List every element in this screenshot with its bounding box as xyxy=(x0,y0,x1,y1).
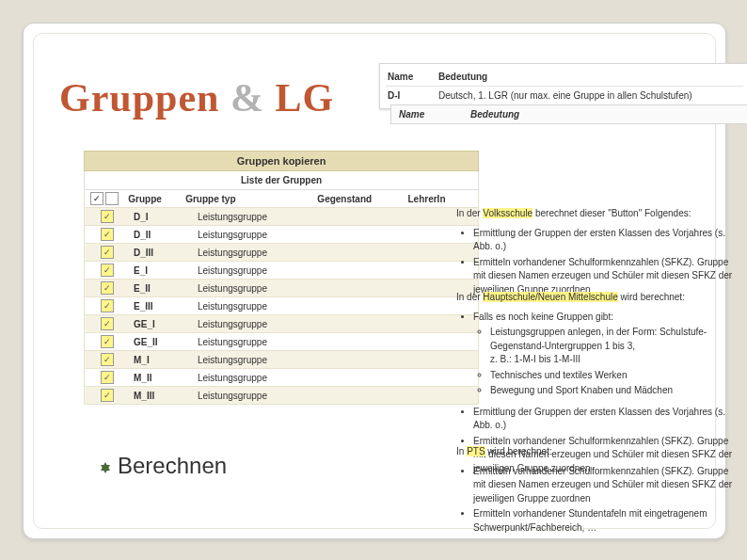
row-group-name: D_I xyxy=(130,209,194,225)
panel-subtitle: Liste der Gruppen xyxy=(84,171,479,190)
list-item: Leistungsgruppen anlegen, in der Form: S… xyxy=(490,326,739,367)
hl-hauptschule: Hauptschule/Neuen Mittelschule xyxy=(483,292,617,302)
row-group-type: Leistungsgruppe xyxy=(194,370,342,386)
col-gegenstand: Gegenstand xyxy=(313,191,404,207)
row-checkbox[interactable]: ✓ xyxy=(101,299,114,312)
select-all-checkbox[interactable]: ✓ xyxy=(90,192,103,205)
list-item: Bewegung und Sport Knaben und Mädchen xyxy=(490,384,739,398)
row-checkbox[interactable]: ✓ xyxy=(101,335,114,348)
col-lehrerin: LehrerIn xyxy=(404,191,478,207)
row-checkbox[interactable]: ✓ xyxy=(101,228,114,241)
pts-block: In PTS wird berechnet: Ermitteln vorhand… xyxy=(456,445,739,542)
row-checkbox[interactable]: ✓ xyxy=(101,281,114,295)
row-group-name: E_I xyxy=(130,263,194,279)
row-checkbox-cell[interactable]: ✓ xyxy=(85,351,130,368)
row-group-name: D_II xyxy=(130,227,194,243)
table-row: ✓D_IIILeistungsgruppe xyxy=(84,244,479,262)
slide-card: Gruppen & LG Name Bedeutung D-I Deutsch,… xyxy=(23,23,726,539)
table-row: ✓M_ILeistungsgruppe xyxy=(84,351,479,369)
col-gruppe: Gruppe xyxy=(124,191,182,207)
group-list-header: ✓ Gruppe Gruppe typ Gegenstand LehrerIn xyxy=(84,190,479,208)
row-group-name: GE_I xyxy=(130,316,194,332)
row-checkbox-cell[interactable]: ✓ xyxy=(85,262,130,279)
row-checkbox-cell[interactable]: ✓ xyxy=(85,280,130,296)
row-group-type: Leistungsgruppe xyxy=(194,280,342,296)
row-group-type: Leistungsgruppe xyxy=(194,245,342,261)
table-row: ✓M_IILeistungsgruppe xyxy=(84,369,479,387)
pts-lead: In PTS wird berechnet: xyxy=(456,445,739,459)
row-checkbox-cell[interactable]: ✓ xyxy=(85,297,130,314)
table-header-row: Name Bedeutung xyxy=(386,68,743,86)
row-group-name: M_II xyxy=(130,370,194,386)
row-group-type: Leistungsgruppe xyxy=(194,263,342,279)
row-group-type: Leistungsgruppe xyxy=(194,352,342,368)
title-amp: & xyxy=(219,76,275,120)
row-group-name: M_III xyxy=(130,388,194,404)
row-checkbox-cell[interactable]: ✓ xyxy=(85,315,130,332)
row-group-type: Leistungsgruppe xyxy=(194,334,342,350)
title-part2: LG xyxy=(275,76,334,120)
row-checkbox[interactable]: ✓ xyxy=(101,353,114,366)
row-group-type: Leistungsgruppe xyxy=(194,316,342,332)
list-item: Ermitteln vorhandener Stundentafeln mit … xyxy=(473,507,739,535)
row-group-name: E_II xyxy=(130,280,194,296)
hl-volksschule: Volksschule xyxy=(483,208,532,218)
row-group-name: E_III xyxy=(130,298,194,314)
name-bedeutung-table: Name Bedeutung D-I Deutsch, 1. LGR (nur … xyxy=(379,63,747,109)
name-bedeutung-header-2: Name Bedeutung xyxy=(390,104,747,124)
page-title: Gruppen & LG xyxy=(59,75,334,120)
table-row: D-I Deutsch, 1. LGR (nur max. eine Grupp… xyxy=(386,86,743,104)
row-checkbox-cell[interactable]: ✓ xyxy=(85,244,130,261)
col-name: Name xyxy=(388,72,427,82)
list-item: Falls es noch keine Gruppen gibt: Leistu… xyxy=(473,311,739,398)
select-all-cell[interactable]: ✓ xyxy=(85,190,124,207)
row-group-name: GE_II xyxy=(130,334,194,350)
berechnen-label: Berechnen xyxy=(118,453,227,479)
col-name-2: Name xyxy=(399,109,444,120)
gruppen-kopieren-panel: Gruppen kopieren Liste der Gruppen ✓ Gru… xyxy=(84,151,479,405)
cell-name: D-I xyxy=(388,90,427,101)
col-bedeutung: Bedeutung xyxy=(438,72,741,82)
table-row: ✓D_ILeistungsgruppe xyxy=(84,208,479,226)
hl-pts: PTS xyxy=(467,446,485,456)
col-bedeutung-2: Bedeutung xyxy=(470,109,519,120)
select-all-checkbox-2[interactable] xyxy=(105,192,119,205)
row-checkbox-cell[interactable]: ✓ xyxy=(85,387,130,404)
row-checkbox[interactable]: ✓ xyxy=(101,371,114,384)
table-row: ✓GE_ILeistungsgruppe xyxy=(84,315,479,333)
hs-sublist: Leistungsgruppen anlegen, in der Form: S… xyxy=(490,326,739,398)
panel-title: Gruppen kopieren xyxy=(84,151,479,171)
row-group-type: Leistungsgruppe xyxy=(194,298,342,314)
table-row: ✓M_IIILeistungsgruppe xyxy=(84,387,479,405)
volksschule-block: In der Volksschule berechnet dieser "But… xyxy=(456,207,739,304)
list-item: Technisches und textiles Werken xyxy=(490,369,739,383)
table-row: ✓E_ILeistungsgruppe xyxy=(84,262,479,280)
title-part1: Gruppen xyxy=(59,76,219,120)
row-checkbox[interactable]: ✓ xyxy=(101,210,114,223)
row-checkbox[interactable]: ✓ xyxy=(101,264,114,277)
pts-list: Ermitteln vorhandener Schulformkennzahle… xyxy=(473,465,739,536)
table-row: ✓GE_IILeistungsgruppe xyxy=(84,333,479,351)
vs-lead: In der Volksschule berechnet dieser "But… xyxy=(456,207,739,221)
berechnen-row: Berechnen xyxy=(101,453,227,479)
table-row: ✓E_IIILeistungsgruppe xyxy=(84,297,479,315)
row-group-type: Leistungsgruppe xyxy=(194,209,342,225)
row-checkbox[interactable]: ✓ xyxy=(101,317,114,330)
row-checkbox-cell[interactable]: ✓ xyxy=(85,226,130,243)
row-group-name: D_III xyxy=(130,245,194,261)
row-checkbox-cell[interactable]: ✓ xyxy=(85,208,130,225)
list-item: Ermitteln vorhandener Schulformkennzahle… xyxy=(473,465,739,506)
cell-bedeutung: Deutsch, 1. LGR (nur max. eine Gruppe in… xyxy=(438,90,741,101)
list-item: Ermittlung der Gruppen der ersten Klasse… xyxy=(473,227,739,254)
hs-lead: In der Hauptschule/Neuen Mittelschule wi… xyxy=(456,291,739,305)
row-checkbox-cell[interactable]: ✓ xyxy=(85,333,130,350)
col-gruppe-typ: Gruppe typ xyxy=(182,191,313,207)
row-group-type: Leistungsgruppe xyxy=(194,388,342,404)
row-checkbox[interactable]: ✓ xyxy=(101,246,114,259)
row-group-name: M_I xyxy=(130,352,194,368)
bullet-star-icon xyxy=(101,462,110,471)
row-checkbox[interactable]: ✓ xyxy=(101,389,114,402)
vs-list: Ermittlung der Gruppen der ersten Klasse… xyxy=(473,227,739,297)
list-item: Ermittlung der Gruppen der ersten Klasse… xyxy=(473,406,739,433)
row-checkbox-cell[interactable]: ✓ xyxy=(85,369,130,386)
